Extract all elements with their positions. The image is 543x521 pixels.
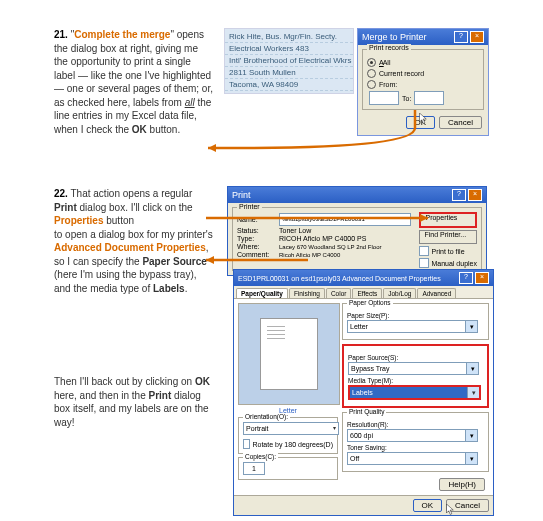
toner-saving-select[interactable]: Off▾ xyxy=(347,452,478,465)
step-21-text: 21. "Complete the merge" opens the dialo… xyxy=(54,28,214,136)
chevron-down-icon: ▾ xyxy=(333,423,336,434)
paper-source-select[interactable]: Bypass Tray▾ xyxy=(348,362,479,375)
help-icon[interactable]: ? xyxy=(459,272,473,284)
manual-duplex-checkbox[interactable]: Manual duplex xyxy=(419,258,477,268)
tab-color[interactable]: Color xyxy=(326,288,352,298)
advanced-document-properties-dialog: ESD1PRL00031 on esd1psoly03 Advanced Doc… xyxy=(233,269,494,516)
radio-icon xyxy=(367,58,376,67)
label-line: Tacoma, WA 98409 xyxy=(225,79,353,91)
highlighted-label-preview: Rick Hite, Bus. Mgr/Fin. Secty. Electric… xyxy=(224,28,354,94)
radio-all[interactable]: AAll xyxy=(367,58,479,67)
copies-group: Copies(C): 1 xyxy=(238,457,338,480)
merge-to-printer-dialog: Merge to Printer ? × Print records AAll … xyxy=(357,28,489,136)
media-type-select[interactable]: Labels▾ xyxy=(348,385,481,400)
titlebar: Merge to Printer ? × xyxy=(358,29,488,45)
paper-size-select[interactable]: Letter▾ xyxy=(347,320,478,333)
orientation-group: Orientation(O): Portrait▾ Rotate by 180 … xyxy=(238,417,338,454)
find-printer-button[interactable]: Find Printer... xyxy=(419,230,477,244)
complete-merge-title: Complete the merge xyxy=(74,29,170,40)
radio-icon xyxy=(367,80,376,89)
rotate-checkbox[interactable]: Rotate by 180 degrees(D) xyxy=(243,439,333,449)
orientation-select[interactable]: Portrait▾ xyxy=(243,422,339,435)
tab-effects[interactable]: Effects xyxy=(352,288,382,298)
print-dialog: Print ? × Printer Name:\\esd1psoly03\ESD… xyxy=(227,186,487,276)
dialog-title: ESD1PRL00031 on esd1psoly03 Advanced Doc… xyxy=(238,275,441,282)
print-quality-group: Print Quality Resolution(R): 600 dpi▾ To… xyxy=(342,412,489,472)
cancel-button[interactable]: Cancel xyxy=(439,116,482,129)
tab-advanced[interactable]: Advanced xyxy=(417,288,456,298)
to-input[interactable] xyxy=(414,91,444,105)
properties-button[interactable]: Properties xyxy=(419,212,477,228)
help-icon[interactable]: ? xyxy=(454,31,468,43)
label-line: Electrical Workers 483 xyxy=(225,43,353,55)
print-records-group: Print records AAll Current record From: … xyxy=(362,49,484,110)
label-line: Rick Hite, Bus. Mgr/Fin. Secty. xyxy=(225,31,353,43)
step-number: 21. xyxy=(54,29,68,40)
resolution-select[interactable]: 600 dpi▾ xyxy=(347,429,478,442)
chevron-down-icon: ▾ xyxy=(465,453,477,464)
close-icon[interactable]: × xyxy=(470,31,484,43)
step-number: 22. xyxy=(54,188,68,199)
close-icon[interactable]: × xyxy=(475,272,489,284)
radio-from[interactable]: From: xyxy=(367,80,479,89)
chevron-down-icon: ▾ xyxy=(467,387,479,398)
dialog-title: Print xyxy=(232,190,251,200)
titlebar: ESD1PRL00031 on esd1psoly03 Advanced Doc… xyxy=(234,270,493,286)
radio-current[interactable]: Current record xyxy=(367,69,479,78)
step-22-text: 22. That action opens a regular Print di… xyxy=(54,187,214,295)
tab-finishing[interactable]: Finishing xyxy=(289,288,325,298)
paper-preview: ▬▬▬▬▬▬▬▬▬▬▬▬▬▬▬▬▬▬▬▬▬▬▬▬ xyxy=(238,303,340,405)
printer-name-select[interactable]: \\esd1psoly03\ESD1PRL00031 xyxy=(279,213,411,226)
label-line: 2811 South Mullen xyxy=(225,67,353,79)
print-to-file-checkbox[interactable]: Print to file xyxy=(419,246,477,256)
chevron-down-icon: ▾ xyxy=(466,363,478,374)
dialog-title: Merge to Printer xyxy=(362,32,427,42)
checkbox-icon xyxy=(419,258,429,268)
paper-options-group: Paper Options Paper Size(P): Letter▾ xyxy=(342,303,489,340)
help-icon[interactable]: ? xyxy=(452,189,466,201)
tabs: Paper/Quality Finishing Color Effects Jo… xyxy=(234,286,493,299)
printer-group: Printer Name:\\esd1psoly03\ESD1PRL00031 … xyxy=(232,207,482,271)
tab-job-log[interactable]: Job/Log xyxy=(383,288,416,298)
checkbox-icon xyxy=(243,439,250,449)
cancel-button[interactable]: Cancel xyxy=(446,499,489,512)
step-23-text: Then I'll back out by clicking on OK her… xyxy=(54,375,214,429)
paper-preview-page: ▬▬▬▬▬▬▬▬▬▬▬▬▬▬▬▬▬▬▬▬▬▬▬▬ xyxy=(260,318,318,390)
tab-paper-quality[interactable]: Paper/Quality xyxy=(236,288,288,298)
titlebar: Print ? × xyxy=(228,187,486,203)
ok-button[interactable]: OK xyxy=(413,499,443,512)
chevron-down-icon: ▾ xyxy=(465,321,477,332)
help-button[interactable]: Help(H) xyxy=(439,478,485,491)
copies-spinner[interactable]: 1 xyxy=(243,462,265,475)
paper-source-media-group: Paper Source(S): Bypass Tray▾ Media Type… xyxy=(342,344,489,408)
radio-icon xyxy=(367,69,376,78)
chevron-down-icon: ▾ xyxy=(465,430,477,441)
ok-button[interactable]: OK xyxy=(406,116,436,129)
close-icon[interactable]: × xyxy=(468,189,482,201)
group-legend: Print records xyxy=(367,44,411,51)
checkbox-icon xyxy=(419,246,429,256)
from-input[interactable] xyxy=(369,91,399,105)
label-line: Intl' Brotherhood of Electrical Wkrs xyxy=(225,55,353,67)
